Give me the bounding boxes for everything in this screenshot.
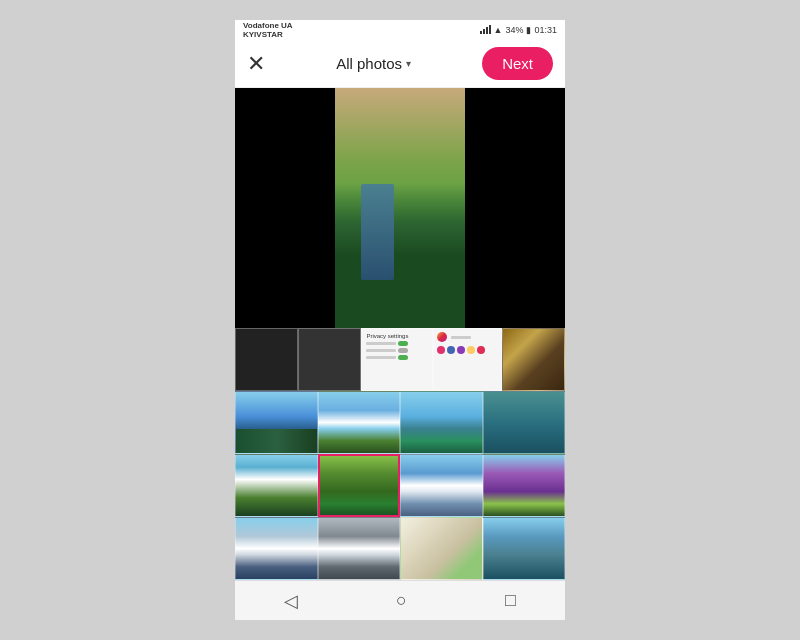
list-item[interactable]	[235, 454, 318, 517]
chevron-down-icon: ▾	[406, 58, 411, 69]
photo-grid: Privacy settings	[235, 328, 565, 580]
list-item[interactable]	[318, 517, 401, 580]
grid-row-3	[235, 454, 565, 517]
next-button[interactable]: Next	[482, 47, 553, 80]
album-selector[interactable]: All photos ▾	[336, 55, 411, 72]
battery-pct: 34%	[505, 25, 523, 35]
list-item[interactable]	[298, 328, 361, 391]
recent-apps-button[interactable]: □	[505, 590, 516, 611]
phone-frame: Vodafone UA KYIVSTAR ▲ 34% ▮ 01:31 ✕ All…	[235, 20, 565, 620]
main-preview	[235, 88, 565, 328]
selected-photo-preview	[335, 88, 465, 328]
carrier-info: Vodafone UA KYIVSTAR	[243, 21, 293, 39]
wifi-icon: ▲	[494, 25, 503, 35]
list-item[interactable]	[400, 454, 483, 517]
status-bar: Vodafone UA KYIVSTAR ▲ 34% ▮ 01:31	[235, 20, 565, 40]
list-item[interactable]	[433, 328, 502, 391]
home-button[interactable]: ○	[396, 590, 407, 611]
signal-icon	[480, 25, 491, 36]
close-button[interactable]: ✕	[247, 53, 265, 75]
status-right: ▲ 34% ▮ 01:31	[480, 25, 557, 36]
list-item[interactable]	[483, 517, 566, 580]
top-bar: ✕ All photos ▾ Next	[235, 40, 565, 88]
grid-row-2	[235, 391, 565, 454]
battery-icon: ▮	[526, 25, 531, 35]
list-item[interactable]	[483, 454, 566, 517]
grid-row-1: Privacy settings	[235, 328, 565, 391]
list-item[interactable]	[400, 517, 483, 580]
nav-bar: ◁ ○ □	[235, 580, 565, 620]
time: 01:31	[534, 25, 557, 35]
list-item[interactable]: Privacy settings	[361, 328, 432, 391]
list-item[interactable]	[483, 391, 566, 454]
list-item[interactable]	[318, 454, 401, 517]
list-item[interactable]	[400, 391, 483, 454]
back-button[interactable]: ◁	[284, 590, 298, 612]
grid-row-4	[235, 517, 565, 580]
list-item[interactable]	[235, 391, 318, 454]
list-item[interactable]	[318, 391, 401, 454]
list-item[interactable]	[235, 328, 298, 391]
album-title: All photos	[336, 55, 402, 72]
list-item[interactable]	[502, 328, 565, 391]
list-item[interactable]	[235, 517, 318, 580]
